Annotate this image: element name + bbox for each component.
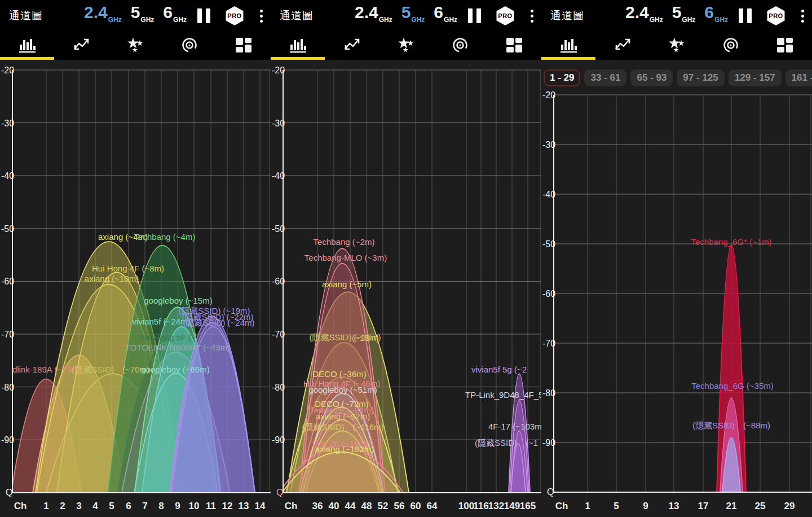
tab-overview[interactable] [217,30,271,60]
band-unit: GHz [444,16,457,24]
app-bar: 通道圖2.4GHz5GHz6GHzPRO [541,0,812,30]
x-tick-label: 116 [473,501,488,511]
tab-time-graph[interactable] [325,30,379,60]
y-axis-label: -20 [542,90,555,100]
y-axis-label: -90 [542,438,555,448]
pro-badge[interactable]: PRO [224,6,245,25]
pause-button[interactable] [739,8,752,23]
tab-channel-graph[interactable] [271,30,325,60]
band-tab-6ghz[interactable]: 6GHz [434,4,457,21]
overview-icon [505,36,524,55]
channel-graph-chart[interactable]: -20-30-40-50-60-70-80-90QCh3640444852566… [271,0,541,517]
tab-access-points[interactable] [433,30,487,60]
signal-rating-icon [126,36,145,55]
ssid-label: Techbang_6G* (~1m) [691,237,772,247]
band-tab-5ghz[interactable]: 5GHz [401,4,425,21]
time-graph-icon [613,36,632,55]
kebab-menu-icon[interactable] [259,8,264,24]
tab-signal-rating[interactable] [379,30,433,60]
channel-range-chip[interactable]: 129 - 157 [729,69,782,86]
channel-range-chip[interactable]: 33 - 61 [584,69,626,86]
x-tick-label: 132 [488,501,504,511]
y-axis-label: -90 [1,435,14,445]
band-tab-5ghz[interactable]: 5GHz [131,4,155,21]
ssid-label: googleboy (~51m) [308,385,377,395]
channel-graph-chart[interactable]: -20-30-40-50-60-70-80-90QCh1234567891011… [0,0,271,517]
y-axis-label: -80 [272,383,285,392]
access-points-icon [721,36,740,55]
band-tab-2.4ghz[interactable]: 2.4GHz [625,4,663,21]
panel-5GHz: -20-30-40-50-60-70-80-90QCh3640444852566… [271,0,541,517]
channel-range-chip[interactable]: 97 - 125 [677,69,724,86]
pause-button[interactable] [468,8,481,23]
x-tick-label: 13 [669,501,679,511]
y-axis-label: -40 [272,171,285,181]
pro-badge[interactable]: PRO [495,6,515,25]
ssid-label: axiang (~92m) [316,411,370,421]
tab-time-graph[interactable] [595,30,650,60]
tab-time-graph[interactable] [54,30,108,60]
ssid-label: dlink-189A (~79m) [12,365,81,374]
band-tab-2.4ghz[interactable]: 2.4GHz [355,4,392,21]
channel-range-chip[interactable]: 1 - 29 [544,69,580,86]
band-tab-2.4ghz[interactable]: 2.4GHz [84,4,122,21]
ssid-label: Hui Hong 5F (~ [139,332,196,342]
y-axis-label: -40 [1,171,14,181]
band-tab-6ghz[interactable]: 6GHz [704,4,728,21]
channel-range-chip[interactable]: 65 - 93 [630,69,673,86]
y-axis-label: -90 [272,435,285,445]
y-axis-label: -30 [1,119,14,128]
band-unit: GHz [714,16,728,24]
kebab-menu-icon[interactable] [529,8,535,24]
view-tabs [0,30,271,60]
pause-icon [747,8,752,23]
kebab-dot [260,20,263,23]
x-axis-prefix: Ch [14,501,27,511]
ssid-label: googleboy (~15m) [144,296,212,305]
channel-range-chip[interactable]: 161 - 189 [785,69,812,86]
ssid-label: TP-Link_9D48_4F_5G [465,390,541,400]
tab-access-points[interactable] [704,30,758,60]
x-axis-prefix: Ch [555,501,568,511]
ssid-label: (隱藏SSID) (~24m) [183,318,254,327]
tab-access-points[interactable] [162,30,217,60]
tab-signal-rating[interactable] [650,30,704,60]
tab-overview[interactable] [758,30,812,60]
tab-channel-graph[interactable] [541,30,595,60]
y-axis-label: -30 [542,140,555,150]
y-axis-label: -40 [542,190,555,199]
tab-signal-rating[interactable] [108,30,162,60]
tab-channel-graph[interactable] [0,30,54,60]
view-tabs [271,30,541,60]
band-unit: GHz [108,16,122,24]
ssid-label: Hui Hong 4F (~8m) [92,264,164,273]
pro-badge[interactable]: PRO [766,6,786,25]
ssid-label: (隱藏SSID) (~1 [475,438,538,448]
tab-overview[interactable] [487,30,541,60]
x-tick-label: 3 [76,501,81,511]
x-tick-label: 40 [329,501,339,511]
x-tick-label: 100 [458,501,474,511]
ssid-label: vivian5f 5g (~2 [471,365,527,374]
kebab-menu-icon[interactable] [800,8,805,24]
ssid-label: axiang (~182m) [315,444,374,454]
ssid-label: Techbang_6G (~35m) [691,381,774,391]
band-tab-6ghz[interactable]: 6GHz [163,4,187,21]
active-tab-indicator [0,57,54,60]
y-axis-label: -50 [272,224,285,234]
band-tab-5ghz[interactable]: 5GHz [672,4,696,21]
y-axis-label: -20 [1,65,14,75]
time-graph-icon [72,36,91,55]
pause-button[interactable] [197,8,210,23]
signal-rating-icon [396,36,416,55]
x-tick-label: 11 [206,501,216,511]
x-tick-label: 14 [255,501,266,511]
ssid-label: DECO (~36m) [312,369,366,379]
x-tick-label: 52 [378,501,389,511]
overview-icon [775,36,795,55]
ssid-label-fragment: (~15m) [352,333,379,343]
ssid-label: TOTOLINK N600RT (~43m) [125,343,230,352]
x-tick-label: 2 [60,501,65,511]
kebab-dot [801,15,804,17]
band-value: 2.4 [84,4,108,21]
